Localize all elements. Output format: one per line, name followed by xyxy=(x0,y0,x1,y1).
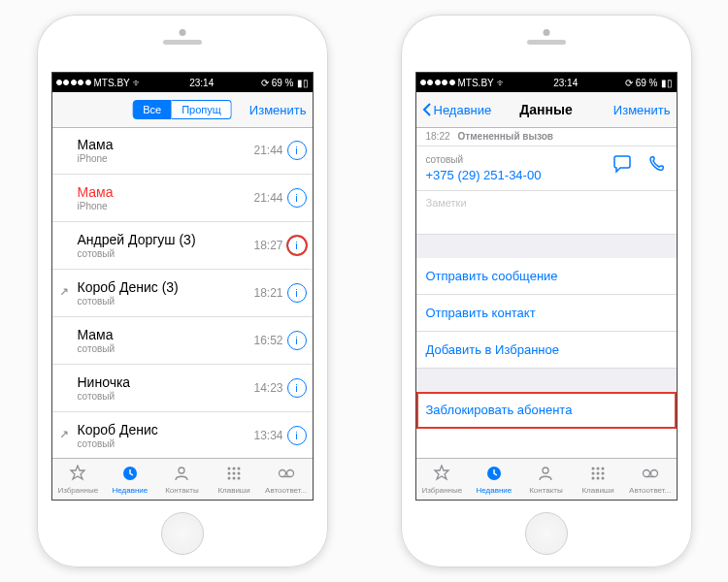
svg-point-20 xyxy=(597,471,600,474)
device-right: MTS.BY ᯤ 23:14 ⟳69 %▮▯ Недавние Данные И… xyxy=(401,15,692,567)
home-button[interactable] xyxy=(161,512,204,555)
tab-recent[interactable]: Недавние xyxy=(468,459,520,500)
clock: 23:14 xyxy=(189,78,214,88)
navbar: Все Пропущ Изменить xyxy=(52,92,313,128)
last-call-time: 18:22 xyxy=(426,131,450,142)
info-icon[interactable]: i xyxy=(287,283,307,303)
svg-point-26 xyxy=(650,469,657,476)
svg-point-18 xyxy=(602,467,605,469)
back-button[interactable]: Недавние xyxy=(422,103,492,117)
edit-button[interactable]: Изменить xyxy=(613,103,671,117)
info-icon[interactable]: i xyxy=(287,188,307,208)
svg-point-2 xyxy=(228,467,231,469)
call-row[interactable]: Короб Денис (3)сотовый18:21i xyxy=(52,270,313,317)
call-name: Мама xyxy=(78,137,114,152)
contact-detail: 18:22 Отмененный вызов сотовый +375 (29)… xyxy=(416,127,677,459)
action-1[interactable]: Отправить контакт xyxy=(416,295,677,332)
info-icon[interactable]: i xyxy=(287,236,307,255)
wifi-icon: ᯤ xyxy=(497,78,507,88)
call-name: Мама xyxy=(78,327,116,342)
call-row[interactable]: МамаiPhone21:44i xyxy=(52,127,313,175)
call-row[interactable]: Ниночкасотовый14:23i xyxy=(52,365,313,412)
block-caller[interactable]: Заблокировать абонента xyxy=(416,392,677,429)
call-time: 18:27 xyxy=(253,239,282,252)
action-2[interactable]: Добавить в Избранное xyxy=(416,332,677,369)
tabbar: ИзбранныеНедавниеКонтактыКлавишиАвтоотве… xyxy=(52,458,313,500)
call-name: Короб Денис xyxy=(78,422,158,437)
call-time: 14:23 xyxy=(253,381,282,395)
tab-keypad[interactable]: Клавиши xyxy=(208,459,260,500)
info-icon[interactable]: i xyxy=(287,426,307,445)
svg-point-15 xyxy=(543,468,548,473)
number-type: сотовый xyxy=(426,154,542,165)
fav-icon xyxy=(69,465,86,485)
tab-keypad[interactable]: Клавиши xyxy=(572,459,624,500)
tab-label: Клавиши xyxy=(581,486,613,495)
keypad-icon xyxy=(225,465,243,485)
tab-label: Клавиши xyxy=(217,486,249,495)
home-button[interactable] xyxy=(525,512,568,555)
svg-point-25 xyxy=(643,469,649,476)
battery-pct: 69 % xyxy=(272,78,294,88)
call-time: 21:44 xyxy=(253,144,282,157)
call-icon[interactable] xyxy=(647,154,667,177)
message-icon[interactable] xyxy=(612,154,632,177)
recents-list: МамаiPhone21:44iМамаiPhone21:44iАндрей Д… xyxy=(52,127,313,459)
edit-button[interactable]: Изменить xyxy=(249,103,307,117)
call-row[interactable]: Короб Дениссотовый13:34i xyxy=(52,412,313,459)
svg-point-10 xyxy=(238,476,241,479)
fav-icon xyxy=(433,465,450,485)
page-title: Данные xyxy=(519,102,572,117)
call-time: 16:52 xyxy=(253,334,282,347)
tab-voicemail[interactable]: Автоответ... xyxy=(260,459,313,500)
call-source: сотовый xyxy=(78,343,116,354)
call-source: сотовый xyxy=(78,248,196,259)
call-row[interactable]: МамаiPhone21:44i xyxy=(52,175,313,222)
outgoing-icon xyxy=(58,285,71,301)
call-source: iPhone xyxy=(78,201,114,211)
tab-fav[interactable]: Избранные xyxy=(52,459,105,500)
recent-icon xyxy=(121,465,139,485)
tab-fav[interactable]: Избранные xyxy=(416,459,469,500)
last-call-kind: Отмененный вызов xyxy=(458,131,553,142)
tab-label: Автоответ... xyxy=(265,486,307,495)
call-source: iPhone xyxy=(78,153,114,164)
action-0[interactable]: Отправить сообщение xyxy=(416,258,677,295)
voicemail-icon xyxy=(278,465,295,485)
call-name: Ниночка xyxy=(78,374,131,390)
tab-voicemail[interactable]: Автоответ... xyxy=(624,459,677,500)
call-row[interactable]: Андрей Доргуш (3)сотовый18:27i xyxy=(52,222,313,270)
tab-recent[interactable]: Недавние xyxy=(104,459,156,500)
carrier: MTS.BY xyxy=(94,78,130,88)
tab-contacts[interactable]: Контакты xyxy=(520,459,573,500)
call-name: Мама xyxy=(78,184,114,200)
device-left: MTS.BY ᯤ 23:14 ⟳69 %▮▯ Все Пропущ Измени… xyxy=(37,15,328,567)
statusbar: MTS.BY ᯤ 23:14 ⟳69 %▮▯ xyxy=(416,73,677,92)
svg-point-8 xyxy=(228,476,231,479)
svg-point-3 xyxy=(233,467,236,469)
svg-point-5 xyxy=(228,471,231,474)
svg-point-17 xyxy=(597,467,600,469)
info-icon[interactable]: i xyxy=(287,331,307,350)
tab-label: Контакты xyxy=(529,486,563,495)
phone-number[interactable]: +375 (29) 251-34-00 xyxy=(426,168,542,182)
svg-point-22 xyxy=(592,476,595,479)
tab-contacts[interactable]: Контакты xyxy=(156,459,209,500)
info-icon[interactable]: i xyxy=(287,378,307,398)
call-row[interactable]: Мамасотовый16:52i xyxy=(52,317,313,365)
call-source: сотовый xyxy=(78,438,158,449)
wifi-icon: ᯤ xyxy=(133,78,143,88)
seg-missed[interactable]: Пропущ xyxy=(172,100,232,119)
tab-label: Недавние xyxy=(477,486,513,495)
keypad-icon xyxy=(589,465,607,485)
svg-point-21 xyxy=(602,471,605,474)
call-source: сотовый xyxy=(78,296,179,307)
notes-field[interactable]: Заметки xyxy=(416,191,677,235)
call-source: сотовый xyxy=(78,391,131,402)
tab-label: Недавние xyxy=(113,486,149,495)
info-icon[interactable]: i xyxy=(287,141,307,160)
seg-all[interactable]: Все xyxy=(132,100,172,119)
recent-icon xyxy=(485,465,503,485)
call-time: 21:44 xyxy=(253,191,282,205)
svg-point-6 xyxy=(233,471,236,474)
